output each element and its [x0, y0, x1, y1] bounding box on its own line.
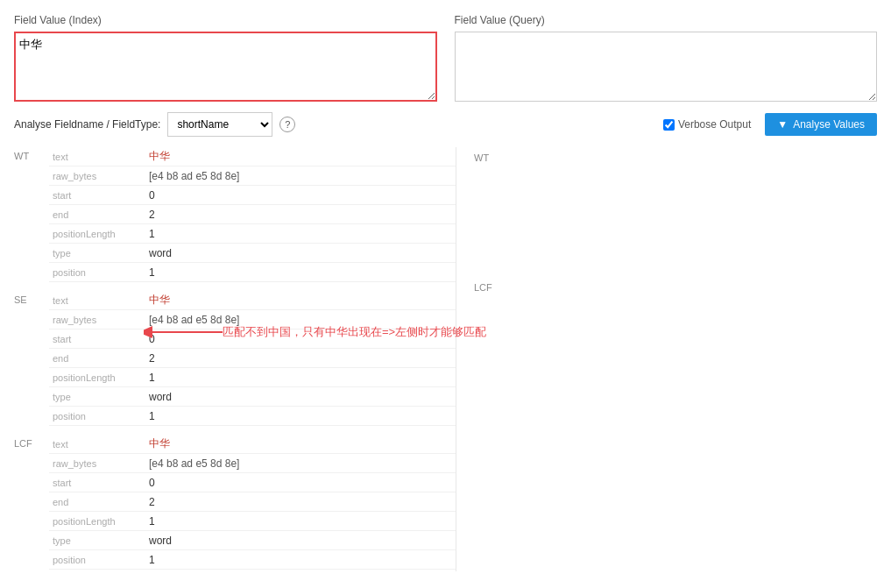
table-row: type word — [49, 531, 456, 550]
key-type: type — [49, 390, 145, 404]
section-divider-2 — [14, 428, 456, 435]
table-row: start 0 — [49, 186, 456, 205]
key-raw-bytes: raw_bytes — [49, 169, 145, 183]
key-raw-bytes: raw_bytes — [49, 457, 145, 471]
table-row: raw_bytes [e4 b8 ad e5 8d 8e] — [49, 166, 456, 186]
key-start: start — [49, 188, 145, 202]
field-value-index-label: Field Value (Index) — [14, 14, 437, 26]
right-lcf-section: LCF — [474, 279, 877, 294]
key-position: position — [49, 266, 145, 280]
value-start: 0 — [145, 475, 159, 491]
key-text: text — [49, 437, 145, 451]
key-position-length: positionLength — [49, 227, 145, 241]
analyse-fieldname-label: Analyse Fieldname / FieldType: — [14, 118, 160, 131]
key-start: start — [49, 332, 145, 346]
value-position: 1 — [145, 408, 159, 424]
value-position: 1 — [145, 265, 159, 280]
fieldtype-select[interactable]: shortName longName text keyword — [167, 112, 272, 137]
analyse-values-button[interactable]: ▼ Analyse Values — [765, 113, 877, 136]
key-position: position — [49, 409, 145, 423]
table-row: positionLength 1 — [49, 224, 456, 244]
verbose-output-checkbox[interactable] — [663, 119, 675, 131]
key-type: type — [49, 534, 145, 548]
wt-tag: WT — [14, 147, 49, 282]
section-divider-1 — [14, 284, 456, 291]
table-row: raw_bytes [e4 b8 ad e5 8d 8e] — [49, 454, 456, 473]
key-position: position — [49, 553, 145, 567]
value-text: 中华 — [145, 435, 173, 453]
key-type: type — [49, 246, 145, 260]
arrow-annotation: 匹配不到中国，只有中华出现在=>左侧时才能够匹配 — [144, 324, 486, 340]
se-token-table: text 中华 raw_bytes [e4 b8 ad e5 8d 8e] st… — [49, 291, 456, 426]
value-type: word — [145, 389, 175, 405]
table-row: type word — [49, 387, 456, 407]
top-row: Field Value (Index) 中华 Field Value (Quer… — [14, 14, 877, 102]
table-row: text 中华 — [49, 435, 456, 454]
table-row: start 0 — [49, 473, 456, 492]
lcf-section: LCF text 中华 raw_bytes [e4 b8 ad e5 8d 8e… — [14, 435, 456, 570]
value-start: 0 — [145, 188, 159, 203]
field-value-query-label: Field Value (Query) — [455, 14, 878, 26]
table-row: text 中华 — [49, 291, 456, 310]
field-value-query-input[interactable] — [455, 32, 878, 102]
controls-right: Verbose Output ▼ Analyse Values — [663, 113, 877, 136]
help-icon[interactable]: ? — [279, 117, 295, 132]
key-text: text — [49, 150, 145, 164]
value-position: 1 — [145, 552, 159, 568]
filter-icon: ▼ — [777, 118, 788, 131]
main-container: Field Value (Index) 中华 Field Value (Quer… — [0, 0, 891, 585]
table-row: position 1 — [49, 263, 456, 282]
wt-token-table: text 中华 raw_bytes [e4 b8 ad e5 8d 8e] st… — [49, 147, 456, 282]
key-end: end — [49, 208, 145, 222]
table-row: end 2 — [49, 492, 456, 512]
value-position-length: 1 — [145, 226, 159, 242]
value-text: 中华 — [145, 291, 173, 309]
verbose-output-label[interactable]: Verbose Output — [663, 118, 751, 131]
right-wt-section: WT — [474, 147, 877, 165]
key-end: end — [49, 495, 145, 509]
table-row: end 2 — [49, 349, 456, 368]
table-row: end 2 — [49, 205, 456, 224]
value-text: 中华 — [145, 147, 173, 166]
value-raw-bytes: [e4 b8 ad e5 8d 8e] — [145, 456, 243, 471]
value-end: 2 — [145, 207, 159, 223]
value-position-length: 1 — [145, 370, 159, 386]
right-lcf-tag: LCF — [474, 279, 877, 294]
se-section: SE text 中华 raw_bytes [e4 b8 ad e5 8d 8e]… — [14, 291, 456, 426]
results-right: WT LCF — [456, 147, 877, 571]
annotation-text: 匹配不到中国，只有中华出现在=>左侧时才能够匹配 — [223, 324, 486, 340]
results-left: WT text 中华 raw_bytes [e4 b8 ad e5 8d 8e]… — [14, 147, 456, 571]
se-tag: SE — [14, 291, 49, 426]
key-start: start — [49, 476, 145, 490]
value-position-length: 1 — [145, 514, 159, 529]
wt-section: WT text 中华 raw_bytes [e4 b8 ad e5 8d 8e]… — [14, 147, 456, 282]
field-value-index-section: Field Value (Index) 中华 — [14, 14, 437, 102]
red-arrow-icon — [144, 324, 223, 340]
lcf-token-table: text 中华 raw_bytes [e4 b8 ad e5 8d 8e] st… — [49, 435, 456, 570]
key-text: text — [49, 294, 145, 308]
value-type: word — [145, 245, 175, 261]
value-end: 2 — [145, 494, 159, 510]
field-value-query-section: Field Value (Query) — [455, 14, 878, 102]
controls-row: Analyse Fieldname / FieldType: shortName… — [14, 112, 877, 137]
key-end: end — [49, 351, 145, 365]
lcf-tag: LCF — [14, 435, 49, 570]
table-row: positionLength 1 — [49, 368, 456, 387]
field-value-index-input[interactable]: 中华 — [14, 32, 437, 102]
results-area: WT text 中华 raw_bytes [e4 b8 ad e5 8d 8e]… — [14, 147, 877, 571]
right-wt-tag: WT — [474, 149, 877, 165]
table-row: type word — [49, 244, 456, 263]
key-position-length: positionLength — [49, 371, 145, 385]
table-row: position 1 — [49, 407, 456, 426]
controls-left: Analyse Fieldname / FieldType: shortName… — [14, 112, 295, 137]
key-raw-bytes: raw_bytes — [49, 313, 145, 327]
value-raw-bytes: [e4 b8 ad e5 8d 8e] — [145, 168, 243, 184]
table-row: positionLength 1 — [49, 512, 456, 531]
value-end: 2 — [145, 351, 159, 366]
key-position-length: positionLength — [49, 514, 145, 528]
table-row: position 1 — [49, 550, 456, 570]
value-type: word — [145, 533, 175, 549]
table-row: text 中华 — [49, 147, 456, 166]
